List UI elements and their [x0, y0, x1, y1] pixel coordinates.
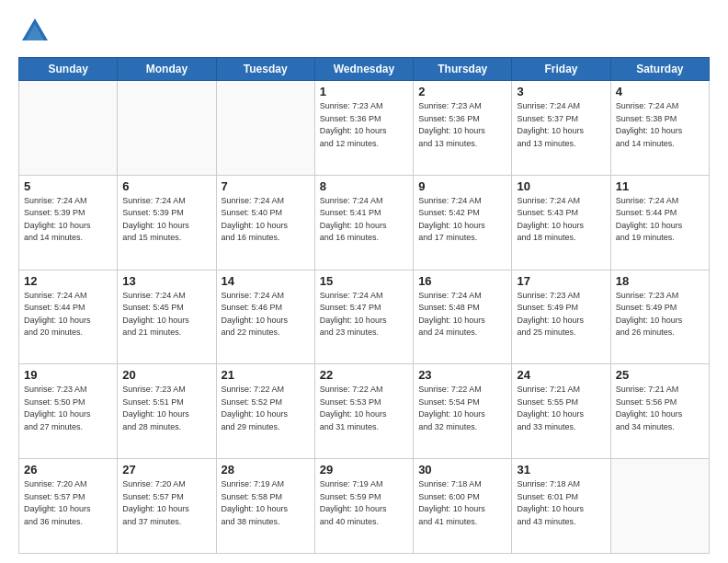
- day-number: 4: [616, 85, 704, 98]
- day-number: 7: [222, 179, 310, 193]
- calendar-cell: 27Sunrise: 7:20 AM Sunset: 5:57 PM Dayli…: [118, 459, 216, 554]
- day-number: 14: [222, 274, 310, 288]
- calendar-cell: 26Sunrise: 7:20 AM Sunset: 5:57 PM Dayli…: [19, 459, 118, 554]
- calendar-cell: 8Sunrise: 7:24 AM Sunset: 5:41 PM Daylig…: [314, 175, 413, 270]
- calendar-cell: [610, 459, 709, 554]
- calendar-cell: [118, 81, 216, 176]
- day-number: 20: [122, 368, 210, 382]
- calendar-cell: 25Sunrise: 7:21 AM Sunset: 5:56 PM Dayli…: [610, 364, 709, 459]
- calendar-table: SundayMondayTuesdayWednesdayThursdayFrid…: [18, 57, 710, 554]
- day-info: Sunrise: 7:23 AM Sunset: 5:36 PM Dayligh…: [320, 100, 408, 150]
- calendar-cell: 30Sunrise: 7:18 AM Sunset: 6:00 PM Dayli…: [414, 459, 512, 554]
- day-info: Sunrise: 7:23 AM Sunset: 5:51 PM Dayligh…: [122, 384, 210, 433]
- day-number: 6: [122, 179, 210, 193]
- day-info: Sunrise: 7:24 AM Sunset: 5:48 PM Dayligh…: [418, 290, 506, 339]
- calendar-cell: 28Sunrise: 7:19 AM Sunset: 5:58 PM Dayli…: [216, 459, 314, 554]
- day-info: Sunrise: 7:19 AM Sunset: 5:59 PM Dayligh…: [320, 478, 408, 528]
- logo: [18, 15, 57, 48]
- page: SundayMondayTuesdayWednesdayThursdayFrid…: [0, 0, 728, 563]
- day-number: 8: [320, 179, 408, 193]
- day-number: 16: [418, 274, 506, 288]
- day-info: Sunrise: 7:18 AM Sunset: 6:00 PM Dayligh…: [418, 478, 506, 528]
- calendar-cell: [19, 81, 118, 176]
- day-info: Sunrise: 7:24 AM Sunset: 5:41 PM Dayligh…: [320, 195, 408, 245]
- day-number: 1: [320, 85, 408, 98]
- calendar-cell: 6Sunrise: 7:24 AM Sunset: 5:39 PM Daylig…: [118, 175, 216, 270]
- calendar-cell: 21Sunrise: 7:22 AM Sunset: 5:52 PM Dayli…: [216, 364, 314, 459]
- day-info: Sunrise: 7:24 AM Sunset: 5:40 PM Dayligh…: [222, 195, 310, 245]
- calendar-cell: 1Sunrise: 7:23 AM Sunset: 5:36 PM Daylig…: [314, 81, 413, 176]
- day-number: 26: [24, 463, 112, 477]
- calendar-week-5: 26Sunrise: 7:20 AM Sunset: 5:57 PM Dayli…: [19, 459, 710, 554]
- day-info: Sunrise: 7:24 AM Sunset: 5:37 PM Dayligh…: [517, 100, 605, 150]
- day-number: 13: [122, 274, 210, 288]
- day-info: Sunrise: 7:22 AM Sunset: 5:53 PM Dayligh…: [320, 384, 408, 433]
- day-number: 17: [517, 274, 605, 288]
- calendar-week-3: 12Sunrise: 7:24 AM Sunset: 5:44 PM Dayli…: [19, 270, 710, 364]
- day-number: 31: [517, 463, 605, 477]
- calendar-cell: 9Sunrise: 7:24 AM Sunset: 5:42 PM Daylig…: [414, 175, 512, 270]
- day-info: Sunrise: 7:18 AM Sunset: 6:01 PM Dayligh…: [517, 478, 605, 528]
- day-info: Sunrise: 7:23 AM Sunset: 5:36 PM Dayligh…: [418, 100, 506, 150]
- calendar-cell: 7Sunrise: 7:24 AM Sunset: 5:40 PM Daylig…: [216, 175, 314, 270]
- calendar-cell: 24Sunrise: 7:21 AM Sunset: 5:55 PM Dayli…: [512, 364, 610, 459]
- day-number: 3: [517, 85, 605, 98]
- day-info: Sunrise: 7:24 AM Sunset: 5:46 PM Dayligh…: [222, 290, 310, 339]
- day-info: Sunrise: 7:20 AM Sunset: 5:57 PM Dayligh…: [24, 478, 112, 528]
- day-info: Sunrise: 7:24 AM Sunset: 5:39 PM Dayligh…: [24, 195, 112, 245]
- calendar-cell: 29Sunrise: 7:19 AM Sunset: 5:59 PM Dayli…: [314, 459, 413, 554]
- day-info: Sunrise: 7:24 AM Sunset: 5:38 PM Dayligh…: [616, 100, 704, 150]
- calendar-cell: 17Sunrise: 7:23 AM Sunset: 5:49 PM Dayli…: [512, 270, 610, 364]
- day-info: Sunrise: 7:19 AM Sunset: 5:58 PM Dayligh…: [222, 478, 310, 528]
- day-number: 28: [222, 463, 310, 477]
- calendar-cell: 19Sunrise: 7:23 AM Sunset: 5:50 PM Dayli…: [19, 364, 118, 459]
- calendar-cell: 31Sunrise: 7:18 AM Sunset: 6:01 PM Dayli…: [512, 459, 610, 554]
- day-number: 15: [320, 274, 408, 288]
- day-info: Sunrise: 7:24 AM Sunset: 5:43 PM Dayligh…: [517, 195, 605, 245]
- day-info: Sunrise: 7:23 AM Sunset: 5:49 PM Dayligh…: [517, 290, 605, 339]
- calendar-cell: 22Sunrise: 7:22 AM Sunset: 5:53 PM Dayli…: [314, 364, 413, 459]
- day-info: Sunrise: 7:22 AM Sunset: 5:54 PM Dayligh…: [418, 384, 506, 433]
- calendar-cell: 10Sunrise: 7:24 AM Sunset: 5:43 PM Dayli…: [512, 175, 610, 270]
- weekday-header-tuesday: Tuesday: [216, 58, 314, 81]
- day-number: 9: [418, 179, 506, 193]
- calendar-cell: 12Sunrise: 7:24 AM Sunset: 5:44 PM Dayli…: [19, 270, 118, 364]
- calendar-cell: 20Sunrise: 7:23 AM Sunset: 5:51 PM Dayli…: [118, 364, 216, 459]
- day-info: Sunrise: 7:24 AM Sunset: 5:47 PM Dayligh…: [320, 290, 408, 339]
- calendar-cell: 16Sunrise: 7:24 AM Sunset: 5:48 PM Dayli…: [414, 270, 512, 364]
- calendar-week-2: 5Sunrise: 7:24 AM Sunset: 5:39 PM Daylig…: [19, 175, 710, 270]
- calendar-cell: 4Sunrise: 7:24 AM Sunset: 5:38 PM Daylig…: [610, 81, 709, 176]
- weekday-header-friday: Friday: [512, 58, 610, 81]
- logo-icon: [18, 15, 51, 48]
- day-info: Sunrise: 7:22 AM Sunset: 5:52 PM Dayligh…: [222, 384, 310, 433]
- day-number: 27: [122, 463, 210, 477]
- calendar-cell: 23Sunrise: 7:22 AM Sunset: 5:54 PM Dayli…: [414, 364, 512, 459]
- calendar-cell: 3Sunrise: 7:24 AM Sunset: 5:37 PM Daylig…: [512, 81, 610, 176]
- day-info: Sunrise: 7:23 AM Sunset: 5:50 PM Dayligh…: [24, 384, 112, 433]
- header: [18, 15, 710, 48]
- day-number: 29: [320, 463, 408, 477]
- day-info: Sunrise: 7:21 AM Sunset: 5:55 PM Dayligh…: [517, 384, 605, 433]
- day-number: 25: [616, 368, 704, 382]
- calendar-cell: [216, 81, 314, 176]
- day-number: 12: [24, 274, 112, 288]
- day-info: Sunrise: 7:24 AM Sunset: 5:39 PM Dayligh…: [122, 195, 210, 245]
- day-info: Sunrise: 7:23 AM Sunset: 5:49 PM Dayligh…: [616, 290, 704, 339]
- day-number: 24: [517, 368, 605, 382]
- day-info: Sunrise: 7:21 AM Sunset: 5:56 PM Dayligh…: [616, 384, 704, 433]
- day-number: 19: [24, 368, 112, 382]
- calendar-cell: 15Sunrise: 7:24 AM Sunset: 5:47 PM Dayli…: [314, 270, 413, 364]
- weekday-header-saturday: Saturday: [610, 58, 709, 81]
- calendar-week-1: 1Sunrise: 7:23 AM Sunset: 5:36 PM Daylig…: [19, 81, 710, 176]
- day-number: 10: [517, 179, 605, 193]
- day-number: 22: [320, 368, 408, 382]
- calendar-week-4: 19Sunrise: 7:23 AM Sunset: 5:50 PM Dayli…: [19, 364, 710, 459]
- weekday-header-row: SundayMondayTuesdayWednesdayThursdayFrid…: [19, 58, 710, 81]
- day-number: 11: [616, 179, 704, 193]
- weekday-header-monday: Monday: [118, 58, 216, 81]
- calendar-cell: 18Sunrise: 7:23 AM Sunset: 5:49 PM Dayli…: [610, 270, 709, 364]
- calendar-cell: 2Sunrise: 7:23 AM Sunset: 5:36 PM Daylig…: [414, 81, 512, 176]
- weekday-header-sunday: Sunday: [19, 58, 118, 81]
- day-info: Sunrise: 7:24 AM Sunset: 5:44 PM Dayligh…: [616, 195, 704, 245]
- weekday-header-thursday: Thursday: [414, 58, 512, 81]
